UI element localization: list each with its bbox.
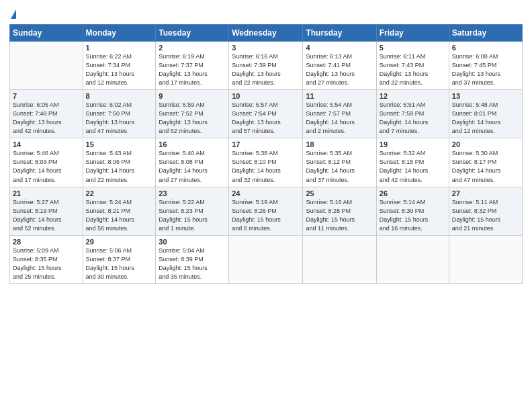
day-number: 17: [232, 140, 300, 148]
day-cell: 18Sunrise: 5:35 AM Sunset: 8:12 PM Dayli…: [303, 138, 376, 187]
week-row-2: 7Sunrise: 6:05 AM Sunset: 7:48 PM Daylig…: [10, 90, 523, 138]
day-number: 29: [86, 238, 153, 246]
weekday-header-thursday: Thursday: [303, 25, 376, 42]
week-row-5: 28Sunrise: 5:09 AM Sunset: 8:35 PM Dayli…: [10, 235, 523, 283]
day-cell: 20Sunrise: 5:30 AM Sunset: 8:17 PM Dayli…: [449, 138, 522, 187]
day-number: 15: [86, 140, 153, 148]
day-info: Sunrise: 6:13 AM Sunset: 7:41 PM Dayligh…: [306, 52, 373, 87]
day-cell: 11Sunrise: 5:54 AM Sunset: 7:57 PM Dayli…: [303, 90, 376, 138]
day-number: 14: [13, 140, 80, 148]
day-info: Sunrise: 6:02 AM Sunset: 7:50 PM Dayligh…: [86, 101, 153, 136]
day-info: Sunrise: 6:16 AM Sunset: 7:39 PM Dayligh…: [232, 52, 300, 87]
day-number: 7: [13, 92, 80, 100]
weekday-header-saturday: Saturday: [449, 25, 522, 42]
calendar-table: SundayMondayTuesdayWednesdayThursdayFrid…: [9, 24, 523, 284]
day-info: Sunrise: 5:54 AM Sunset: 7:57 PM Dayligh…: [306, 101, 373, 136]
day-info: Sunrise: 5:06 AM Sunset: 8:37 PM Dayligh…: [86, 246, 153, 281]
weekday-header-monday: Monday: [83, 25, 156, 42]
day-cell: 12Sunrise: 5:51 AM Sunset: 7:59 PM Dayli…: [376, 90, 449, 138]
logo-triangle-icon: [11, 9, 16, 19]
day-cell: [449, 235, 522, 283]
day-info: Sunrise: 5:16 AM Sunset: 8:28 PM Dayligh…: [306, 198, 373, 233]
day-cell: [229, 235, 303, 283]
day-cell: 4Sunrise: 6:13 AM Sunset: 7:41 PM Daylig…: [303, 42, 376, 90]
week-row-4: 21Sunrise: 5:27 AM Sunset: 8:19 PM Dayli…: [10, 187, 523, 235]
weekday-header-sunday: Sunday: [10, 25, 83, 42]
day-info: Sunrise: 5:51 AM Sunset: 7:59 PM Dayligh…: [380, 101, 446, 136]
day-number: 9: [159, 92, 226, 100]
day-number: 27: [452, 189, 519, 197]
week-row-1: 1Sunrise: 6:22 AM Sunset: 7:34 PM Daylig…: [10, 42, 523, 90]
weekday-header-wednesday: Wednesday: [229, 25, 303, 42]
day-number: 30: [159, 238, 226, 246]
day-cell: 28Sunrise: 5:09 AM Sunset: 8:35 PM Dayli…: [10, 235, 83, 283]
day-info: Sunrise: 6:19 AM Sunset: 7:37 PM Dayligh…: [159, 52, 226, 87]
day-number: 19: [380, 140, 446, 148]
day-cell: 2Sunrise: 6:19 AM Sunset: 7:37 PM Daylig…: [156, 42, 229, 90]
day-number: 13: [452, 92, 519, 100]
day-cell: 3Sunrise: 6:16 AM Sunset: 7:39 PM Daylig…: [229, 42, 303, 90]
day-cell: 24Sunrise: 5:19 AM Sunset: 8:26 PM Dayli…: [229, 187, 303, 235]
day-cell: 8Sunrise: 6:02 AM Sunset: 7:50 PM Daylig…: [83, 90, 156, 138]
day-number: 6: [452, 44, 519, 52]
day-info: Sunrise: 6:08 AM Sunset: 7:45 PM Dayligh…: [452, 52, 519, 87]
day-info: Sunrise: 5:04 AM Sunset: 8:39 PM Dayligh…: [159, 246, 226, 281]
day-cell: 17Sunrise: 5:38 AM Sunset: 8:10 PM Dayli…: [229, 138, 303, 187]
day-info: Sunrise: 6:22 AM Sunset: 7:34 PM Dayligh…: [86, 52, 153, 87]
day-cell: 15Sunrise: 5:43 AM Sunset: 8:06 PM Dayli…: [83, 138, 156, 187]
day-info: Sunrise: 5:30 AM Sunset: 8:17 PM Dayligh…: [452, 149, 519, 184]
day-info: Sunrise: 5:24 AM Sunset: 8:21 PM Dayligh…: [86, 198, 153, 233]
weekday-header-friday: Friday: [376, 25, 449, 42]
day-number: 20: [452, 140, 519, 148]
day-number: 5: [380, 44, 446, 52]
day-cell: 27Sunrise: 5:11 AM Sunset: 8:32 PM Dayli…: [449, 187, 522, 235]
day-number: 23: [159, 189, 226, 197]
day-number: 2: [159, 44, 226, 52]
day-info: Sunrise: 5:46 AM Sunset: 8:03 PM Dayligh…: [13, 149, 80, 184]
day-cell: 22Sunrise: 5:24 AM Sunset: 8:21 PM Dayli…: [83, 187, 156, 235]
day-cell: [10, 42, 83, 90]
page: SundayMondayTuesdayWednesdayThursdayFrid…: [0, 0, 532, 411]
day-info: Sunrise: 5:40 AM Sunset: 8:08 PM Dayligh…: [159, 149, 226, 184]
day-info: Sunrise: 5:27 AM Sunset: 8:19 PM Dayligh…: [13, 198, 80, 233]
day-info: Sunrise: 6:05 AM Sunset: 7:48 PM Dayligh…: [13, 101, 80, 136]
logo: [9, 7, 16, 19]
weekday-header-tuesday: Tuesday: [156, 25, 229, 42]
day-cell: 13Sunrise: 5:48 AM Sunset: 8:01 PM Dayli…: [449, 90, 522, 138]
day-number: 18: [306, 140, 373, 148]
day-number: 28: [13, 238, 80, 246]
day-cell: 21Sunrise: 5:27 AM Sunset: 8:19 PM Dayli…: [10, 187, 83, 235]
day-cell: 25Sunrise: 5:16 AM Sunset: 8:28 PM Dayli…: [303, 187, 376, 235]
day-number: 3: [232, 44, 300, 52]
day-number: 12: [380, 92, 446, 100]
day-info: Sunrise: 5:38 AM Sunset: 8:10 PM Dayligh…: [232, 149, 300, 184]
day-number: 16: [159, 140, 226, 148]
day-cell: 5Sunrise: 6:11 AM Sunset: 7:43 PM Daylig…: [376, 42, 449, 90]
day-info: Sunrise: 6:11 AM Sunset: 7:43 PM Dayligh…: [380, 52, 446, 87]
day-cell: 19Sunrise: 5:32 AM Sunset: 8:15 PM Dayli…: [376, 138, 449, 187]
day-cell: 16Sunrise: 5:40 AM Sunset: 8:08 PM Dayli…: [156, 138, 229, 187]
day-info: Sunrise: 5:48 AM Sunset: 8:01 PM Dayligh…: [452, 101, 519, 136]
day-number: 10: [232, 92, 300, 100]
day-info: Sunrise: 5:59 AM Sunset: 7:52 PM Dayligh…: [159, 101, 226, 136]
day-info: Sunrise: 5:32 AM Sunset: 8:15 PM Dayligh…: [380, 149, 446, 184]
day-number: 21: [13, 189, 80, 197]
day-info: Sunrise: 5:09 AM Sunset: 8:35 PM Dayligh…: [13, 246, 80, 281]
day-number: 8: [86, 92, 153, 100]
day-info: Sunrise: 5:14 AM Sunset: 8:30 PM Dayligh…: [380, 198, 446, 233]
day-cell: 9Sunrise: 5:59 AM Sunset: 7:52 PM Daylig…: [156, 90, 229, 138]
day-number: 11: [306, 92, 373, 100]
day-cell: 14Sunrise: 5:46 AM Sunset: 8:03 PM Dayli…: [10, 138, 83, 187]
day-cell: 7Sunrise: 6:05 AM Sunset: 7:48 PM Daylig…: [10, 90, 83, 138]
header: [9, 7, 523, 19]
day-cell: 30Sunrise: 5:04 AM Sunset: 8:39 PM Dayli…: [156, 235, 229, 283]
day-cell: 23Sunrise: 5:22 AM Sunset: 8:23 PM Dayli…: [156, 187, 229, 235]
day-cell: 6Sunrise: 6:08 AM Sunset: 7:45 PM Daylig…: [449, 42, 522, 90]
day-cell: [376, 235, 449, 283]
day-info: Sunrise: 5:22 AM Sunset: 8:23 PM Dayligh…: [159, 198, 226, 233]
day-number: 22: [86, 189, 153, 197]
day-info: Sunrise: 5:19 AM Sunset: 8:26 PM Dayligh…: [232, 198, 300, 233]
day-cell: 10Sunrise: 5:57 AM Sunset: 7:54 PM Dayli…: [229, 90, 303, 138]
day-number: 4: [306, 44, 373, 52]
day-number: 1: [86, 44, 153, 52]
